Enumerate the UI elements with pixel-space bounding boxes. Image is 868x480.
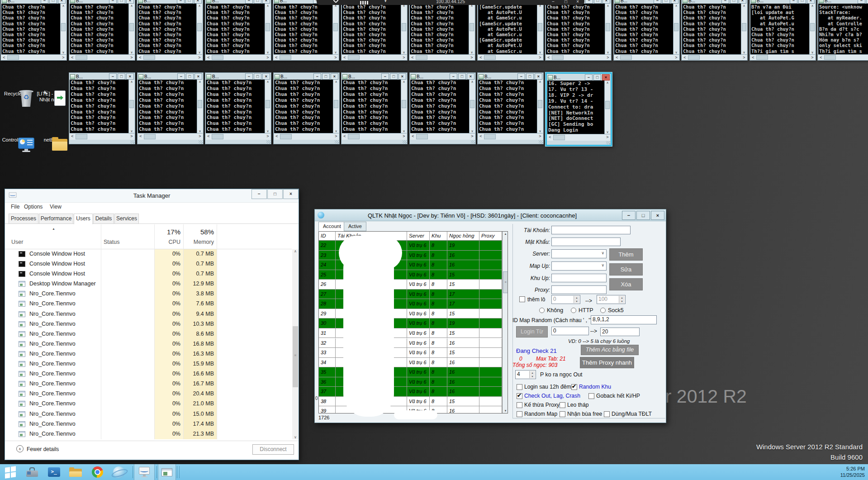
- scroll-down-icon[interactable]: ∨: [537, 50, 543, 54]
- them-lo-checkbox[interactable]: [519, 296, 525, 302]
- scroll-right-icon[interactable]: >: [197, 55, 202, 60]
- vertical-scrollbar[interactable]: ∧∨: [469, 80, 475, 133]
- maximize-button[interactable]: □: [636, 211, 650, 220]
- horizontal-scrollbar[interactable]: <>: [206, 133, 270, 140]
- column-header[interactable]: Server: [407, 232, 430, 241]
- scrollbar-thumb[interactable]: [212, 55, 223, 60]
- close-button[interactable]: ×: [283, 189, 299, 199]
- scroll-down-icon[interactable]: ∨: [129, 50, 134, 54]
- scroll-down-icon[interactable]: ∨: [333, 50, 338, 54]
- close-button[interactable]: ×: [194, 73, 202, 80]
- console-titlebar[interactable]: B...−□×: [818, 0, 868, 4]
- vertical-scrollbar[interactable]: ∧∨: [60, 4, 66, 54]
- taskbar-file-explorer[interactable]: [65, 464, 86, 480]
- scrollbar-thumb[interactable]: [742, 23, 746, 31]
- resize-grip-icon[interactable]: [130, 140, 134, 143]
- console-titlebar[interactable]: B...−□×: [410, 73, 475, 80]
- scroll-down-icon[interactable]: ∨: [129, 129, 134, 133]
- option-checkbox[interactable]: [588, 393, 594, 399]
- rdp-close-button[interactable]: ×: [576, 0, 579, 4]
- vertical-scrollbar[interactable]: ∧∨: [401, 4, 407, 54]
- proxy-type-radio-sock5[interactable]: [600, 308, 606, 313]
- minimize-button[interactable]: −: [622, 211, 636, 220]
- maximize-button[interactable]: □: [185, 0, 193, 4]
- vertical-scrollbar[interactable]: ∧∨: [196, 4, 202, 54]
- scroll-left-icon[interactable]: <: [682, 55, 688, 60]
- console-window[interactable]: B...−□×Source: <unknow StackTrace: at my…: [817, 0, 868, 61]
- minimize-button[interactable]: −: [654, 0, 661, 4]
- disconnect-button[interactable]: Disconnect: [252, 444, 294, 455]
- scroll-down-icon[interactable]: ∨: [401, 129, 407, 133]
- p-ko-spinner[interactable]: 4▴▾: [515, 370, 536, 379]
- scroll-down-icon[interactable]: ∨: [265, 50, 270, 54]
- maximize-button[interactable]: □: [118, 0, 125, 4]
- scroll-up-icon[interactable]: ∧: [197, 4, 202, 8]
- mat-khau-input[interactable]: [551, 238, 621, 246]
- table-row[interactable]: Nro_Core.Tiennvo0%21.3 MB: [5, 429, 292, 439]
- horizontal-scrollbar[interactable]: <>: [206, 54, 270, 60]
- scrollbar-thumb[interactable]: [334, 100, 338, 108]
- vertical-scrollbar[interactable]: ∧∨: [128, 80, 134, 133]
- scrollbar-thumb[interactable]: [143, 55, 155, 60]
- scroll-right-icon[interactable]: >: [470, 133, 475, 140]
- scrollbar-thumb[interactable]: [129, 23, 134, 31]
- scrollbar-thumb[interactable]: [144, 134, 156, 139]
- resize-grip-icon[interactable]: [403, 140, 407, 143]
- minimize-button[interactable]: −: [585, 0, 593, 4]
- scroll-down-icon[interactable]: ∨: [469, 50, 474, 54]
- scroll-up-icon[interactable]: ∧: [674, 4, 679, 8]
- table-row[interactable]: Nro_Core.Tiennvo0%3.8 MB: [5, 289, 292, 299]
- sort-arrow-icon[interactable]: ▲: [52, 227, 55, 230]
- maximize-button[interactable]: □: [390, 73, 398, 80]
- column-header[interactable]: Khu: [430, 232, 447, 241]
- horizontal-scrollbar[interactable]: <>: [70, 54, 134, 60]
- scroll-right-icon[interactable]: >: [333, 133, 339, 140]
- scrollbar-thumb[interactable]: [538, 100, 542, 108]
- xoa-button[interactable]: Xóa: [609, 278, 643, 290]
- login-from-input[interactable]: 0: [551, 327, 589, 335]
- login-to-input[interactable]: 20: [600, 328, 640, 336]
- scroll-left-icon[interactable]: <: [138, 55, 143, 60]
- maximize-button[interactable]: □: [254, 0, 261, 4]
- scroll-down-icon[interactable]: ∨: [265, 129, 270, 133]
- scroll-up-icon[interactable]: ∧: [605, 4, 611, 8]
- maximize-button[interactable]: □: [254, 73, 261, 80]
- horizontal-scrollbar[interactable]: <>: [70, 133, 134, 140]
- console-window[interactable]: B...−□×Chua th? chuy?n Chua th? chuy?n C…: [341, 72, 408, 144]
- cpu-total-header[interactable]: 17%: [154, 228, 180, 236]
- vertical-scrollbar[interactable]: ∧∨: [469, 4, 474, 54]
- scroll-down-icon[interactable]: ∨: [605, 130, 610, 134]
- scrollbar-thumb[interactable]: [280, 134, 292, 139]
- close-button[interactable]: ×: [739, 0, 746, 4]
- minimize-button[interactable]: −: [109, 73, 117, 80]
- scrollbar-thumb[interactable]: [484, 55, 496, 60]
- vertical-scrollbar[interactable]: ∧∨: [809, 4, 815, 54]
- scroll-left-icon[interactable]: <: [70, 55, 75, 60]
- close-button[interactable]: ×: [671, 0, 678, 4]
- scroll-right-icon[interactable]: >: [265, 55, 270, 60]
- close-button[interactable]: ×: [58, 0, 66, 4]
- scrollbar-thumb[interactable]: [197, 23, 202, 31]
- user-column-header[interactable]: User: [11, 239, 23, 245]
- console-titlebar[interactable]: B...−□×: [614, 0, 679, 4]
- console-window[interactable]: B...−□×Chua th? chuy?n Chua th? chuy?n C…: [205, 72, 271, 144]
- process-list-scrollbar[interactable]: ∧ ≡ ∨: [292, 249, 299, 439]
- horizontal-scrollbar[interactable]: <>: [478, 54, 543, 60]
- console-titlebar[interactable]: B...−□×: [69, 73, 135, 80]
- scroll-down-icon[interactable]: ∨: [537, 129, 543, 133]
- scroll-left-icon[interactable]: <: [410, 133, 416, 140]
- table-row[interactable]: Nro_Core.Tiennvo0%20.4 MB: [5, 389, 292, 399]
- column-header[interactable]: Proxy: [479, 232, 502, 241]
- minimize-button[interactable]: −: [251, 189, 267, 199]
- close-button[interactable]: ×: [467, 73, 474, 80]
- scrollbar-thumb[interactable]: [129, 100, 134, 108]
- console-titlebar[interactable]: B...−□×: [682, 0, 747, 4]
- close-button[interactable]: ×: [262, 73, 270, 80]
- console-window[interactable]: B...−□×Chua th? chuy?n Chua th? chuy?n C…: [409, 0, 475, 61]
- scroll-right-icon[interactable]: >: [605, 55, 611, 60]
- minimize-button[interactable]: −: [585, 74, 593, 81]
- minimize-button[interactable]: −: [517, 73, 525, 80]
- table-row[interactable]: Nro_Core.Tiennvo0%16.3 MB: [5, 349, 292, 359]
- maximize-button[interactable]: □: [526, 73, 534, 80]
- table-row[interactable]: Console Window Host0%0.7 MB: [5, 249, 292, 259]
